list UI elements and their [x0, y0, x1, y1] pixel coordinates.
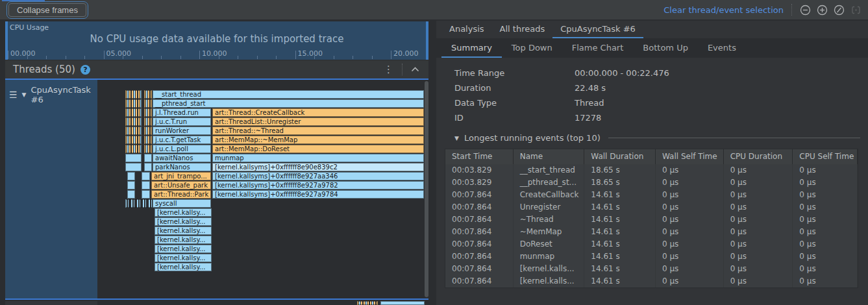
cpu-usage-panel[interactable]: CPU Usage No CPU usage data available fo… [5, 21, 428, 60]
flame-segment[interactable]: art_jni_trampo... [151, 172, 211, 180]
table-cell: 00:07.864 [445, 226, 514, 238]
table-row[interactable]: 00:07.864~Thread14.61 s0 µs0 µs0 µs [445, 214, 858, 226]
flame-segment[interactable]: parkNanos [153, 163, 211, 171]
flame-segment[interactable]: [kernel.kallsyms]+0xffffff8e927aa346 [212, 172, 424, 180]
flame-segment[interactable]: [kernel.kallsy... [155, 208, 212, 217]
flame-segment[interactable] [125, 99, 142, 108]
flame-segment[interactable] [142, 190, 150, 199]
reset-zoom-icon[interactable] [834, 5, 845, 16]
flame-segment[interactable]: syscall [153, 199, 211, 208]
threads-scrollbar[interactable] [425, 81, 428, 297]
tab-cpuasynctask[interactable]: CpuAsyncTask #6 [552, 21, 643, 38]
flame-segment[interactable]: j.u.c.T.getTask [153, 136, 211, 144]
table-column-header[interactable]: Start Time [445, 149, 514, 164]
zoom-out-icon[interactable] [800, 5, 811, 16]
flame-segment[interactable] [144, 99, 152, 108]
tab-summary[interactable]: Summary [441, 38, 502, 58]
table-row[interactable]: 00:07.864[kernel.kalls...14.61 s0 µs0 µs… [445, 275, 858, 287]
flame-segment[interactable]: runWorker [153, 127, 211, 135]
flame-segment[interactable] [144, 136, 152, 144]
flame-segment[interactable]: [kernel.kallsyms]+0xffffff8e927a9784 [212, 190, 424, 199]
clear-selection-link[interactable]: Clear thread/event selection [663, 5, 784, 15]
timeline[interactable]: 00.00005.00010.00015.00020.000 [5, 48, 428, 60]
table-row[interactable]: 00:07.864Unregister14.61 s0 µs0 µs0 µs [445, 201, 858, 214]
flame-segment[interactable] [144, 145, 152, 153]
flame-segment[interactable] [127, 181, 135, 189]
table-column-header[interactable]: Wall Duration [584, 149, 656, 164]
flame-segment[interactable]: [kernel.kallsy... [155, 236, 212, 244]
flame-segment[interactable] [125, 90, 142, 99]
flame-segment[interactable]: awaitNanos [153, 154, 211, 162]
flame-segment[interactable] [144, 117, 152, 126]
flame-segment[interactable] [127, 172, 135, 180]
flame-segment[interactable] [142, 181, 150, 189]
flame-segment[interactable]: __pthread_start [153, 99, 424, 108]
flame-segment[interactable] [125, 199, 153, 208]
flame-segment[interactable]: j.u.c.T.run [153, 117, 211, 126]
flame-segment[interactable]: art::Unsafe_park [151, 181, 211, 189]
flame-segment[interactable] [142, 172, 150, 180]
table-column-header[interactable]: Wall Self Time [656, 149, 724, 164]
flame-segment[interactable]: [kernel.kallsy... [155, 245, 212, 253]
kebab-menu-icon[interactable]: ⋮ [384, 64, 393, 75]
flame-chart[interactable]: __start_thread__pthread_startj.l.Thread.… [99, 80, 428, 299]
flame-segment[interactable] [144, 163, 152, 171]
flame-segment[interactable]: [kernel.kallsy... [155, 217, 212, 226]
zoom-to-selection-icon[interactable] [850, 5, 862, 16]
flame-segment[interactable] [125, 145, 142, 153]
flame-segment[interactable]: j.u.c.L.poll [153, 145, 211, 153]
table-cell: 18.65 s [584, 177, 656, 189]
flame-segment[interactable]: art::Thread::~Thread [212, 127, 424, 135]
table-row[interactable]: 00:07.864[kernel.kalls...14.61 s0 µs0 µs… [445, 263, 858, 275]
thread-label-panel[interactable]: ☰ ▼ CpuAsyncTask #6 [5, 80, 97, 299]
flame-segment[interactable]: art::Thread::CreateCallback [212, 108, 424, 117]
section-collapse-icon[interactable]: ▼ [454, 135, 459, 141]
flame-segment[interactable]: art::Thread::Park [151, 190, 211, 199]
zoom-in-icon[interactable] [817, 5, 828, 16]
table-column-header[interactable]: Name [514, 149, 585, 164]
table-row[interactable]: 00:07.864DoReset14.61 s0 µs0 µs0 µs [445, 238, 858, 250]
table-row[interactable]: 00:03.829__pthread_st...18.65 s0 µs0 µs0… [445, 177, 858, 189]
tab-bottom-up[interactable]: Bottom Up [633, 38, 698, 58]
table-cell: 00:07.864 [445, 189, 514, 201]
flame-segment[interactable]: [kernel.kallsy... [155, 254, 212, 262]
thread-expand-icon[interactable]: ▼ [22, 92, 27, 98]
tab-flame-chart[interactable]: Flame Chart [562, 38, 634, 58]
flame-segment[interactable]: [kernel.kallsy... [155, 226, 212, 235]
flame-segment[interactable] [144, 127, 152, 135]
tab-events[interactable]: Events [698, 38, 746, 58]
table-row[interactable]: 00:07.864CreateCallback14.61 s0 µs0 µs0 … [445, 189, 858, 201]
flame-segment[interactable] [125, 117, 142, 126]
help-icon[interactable]: ? [81, 65, 90, 75]
collapse-chevron-icon[interactable] [411, 67, 419, 72]
tab-analysis[interactable]: Analysis [441, 21, 492, 38]
flame-segment[interactable]: art::MemMap::DoReset [212, 145, 424, 153]
flame-segment[interactable] [127, 190, 135, 199]
flame-segment[interactable] [144, 90, 152, 99]
tab-all-threads[interactable]: All threads [492, 21, 553, 38]
table-row[interactable]: 00:07.864~MemMap14.61 s0 µs0 µs0 µs [445, 226, 858, 238]
table-row[interactable]: 00:03.829__start_thread18.65 s0 µs0 µs0 … [445, 164, 858, 177]
flame-segment[interactable] [144, 154, 152, 162]
flame-segment[interactable]: [kernel.kallsyms]+0xffffff8e90e839c2 [212, 163, 424, 171]
flame-segment[interactable] [125, 127, 142, 135]
flame-segment[interactable] [125, 163, 142, 171]
flame-segment[interactable]: munmap [212, 154, 424, 162]
flame-segment[interactable] [125, 154, 142, 162]
collapse-frames-button[interactable]: Collapse frames [8, 3, 86, 17]
flame-segment[interactable]: art::MemMap::~MemMap [212, 136, 424, 144]
flame-segment[interactable] [125, 136, 142, 144]
flame-segment[interactable] [125, 108, 142, 117]
flame-segment[interactable]: [kernel.kallsy... [155, 263, 212, 271]
table-column-header[interactable]: CPU Duration [724, 149, 793, 164]
table-column-header[interactable]: CPU Self Time [793, 149, 858, 164]
flame-segment[interactable]: __start_thread [153, 90, 424, 99]
flame-segment[interactable]: j.l.Thread.run [153, 108, 211, 117]
flame-segment[interactable] [144, 108, 152, 117]
flame-segment[interactable]: [kernel.kallsyms]+0xffffff8e927a9782 [212, 181, 424, 189]
longest-events-section-header[interactable]: ▼ Longest running events (top 10) [454, 133, 860, 143]
drag-handle-icon[interactable]: ☰ [9, 90, 18, 100]
tab-top-down[interactable]: Top Down [502, 38, 562, 58]
flame-segment[interactable]: art::ThreadList::Unregister [212, 117, 424, 126]
table-row[interactable]: 00:07.864munmap14.61 s0 µs0 µs0 µs [445, 250, 858, 263]
